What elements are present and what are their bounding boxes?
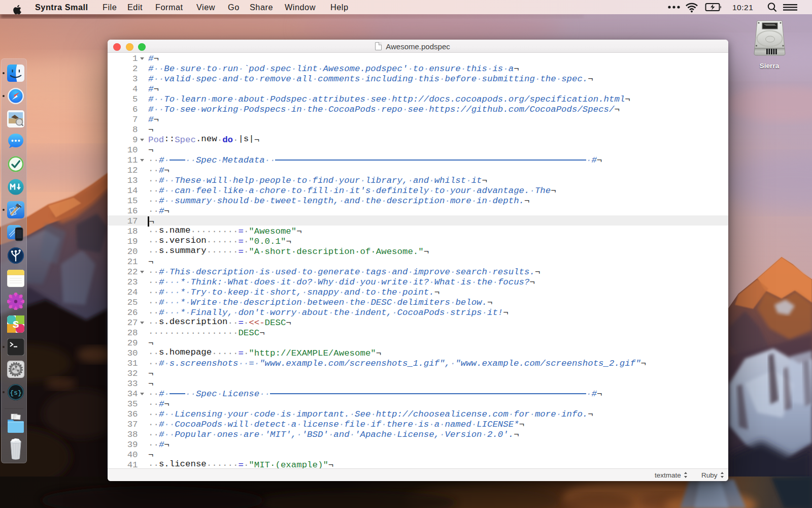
svg-text:S: S	[13, 319, 19, 330]
svg-text:{s}: {s}	[10, 389, 21, 397]
